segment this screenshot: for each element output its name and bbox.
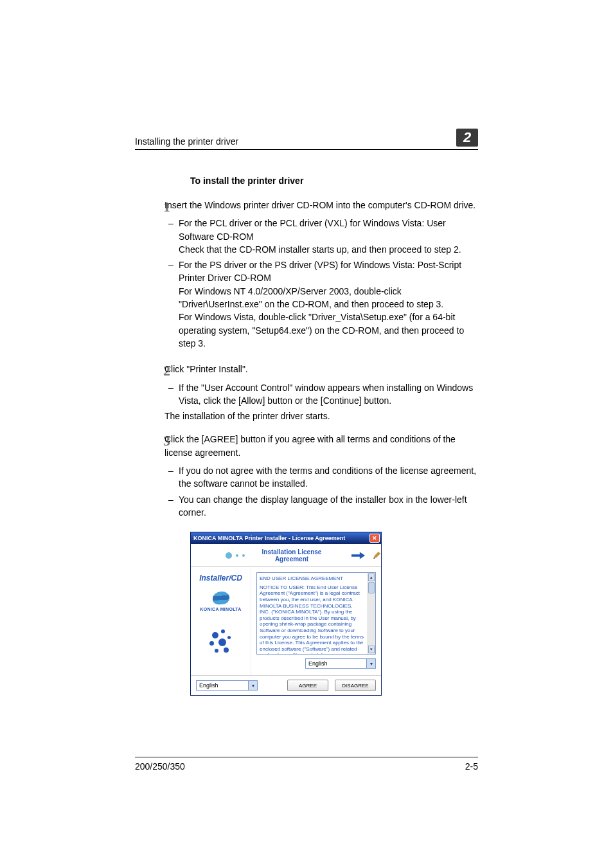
chevron-down-icon: ▾ (366, 659, 375, 668)
step-subitem: – If the "User Account Control" window a… (164, 381, 478, 408)
dash-icon: – (164, 493, 179, 520)
close-icon[interactable]: ✕ (369, 534, 380, 543)
page-footer: 200/250/350 2-5 (135, 757, 478, 772)
installer-cd-label: Installer/CD (191, 574, 251, 583)
footer-page-number: 2-5 (465, 761, 478, 772)
scrollbar[interactable]: ▴ ▾ (368, 573, 375, 654)
konica-minolta-logo-icon (213, 591, 229, 605)
scroll-thumb[interactable] (368, 582, 375, 593)
dialog-footer: English ▾ AGREE DISAGREE (191, 675, 381, 695)
section-heading: To install the printer driver (190, 176, 478, 186)
dialog-sidebar: Installer/CD KONICA MINOLTA (191, 567, 251, 675)
pencil-icon (372, 551, 381, 560)
step-number: 1 (135, 199, 164, 352)
step-subitem: – For the PS driver or the PS driver (VP… (164, 258, 478, 350)
step-subitem: – You can change the display language of… (164, 493, 478, 520)
subitem-text: For the PS driver or the PS driver (VPS)… (179, 258, 478, 350)
step-3: 3 Click the [AGREE] button if you agree … (135, 433, 478, 521)
header-title: Installing the printer driver (135, 136, 238, 147)
eula-paragraph: NOTICE TO USER: This End User License Ag… (260, 584, 373, 655)
installer-dialog: KONICA MINOLTA Printer Installer - Licen… (190, 532, 478, 696)
chevron-down-icon: ▾ (248, 681, 257, 690)
subitem-text: For the PCL driver or the PCL driver (VX… (179, 217, 478, 256)
progress-dots-icon (226, 552, 245, 559)
disagree-button[interactable]: DISAGREE (335, 680, 376, 691)
footer-language-select[interactable]: English ▾ (196, 680, 258, 691)
subitem-text: If you do not agree with the terms and c… (179, 464, 478, 491)
banner-title: Installation License Agreement (250, 548, 346, 563)
splash-graphic-icon (208, 629, 234, 655)
dialog-title: KONICA MINOLTA Printer Installer - Licen… (193, 535, 345, 541)
select-value: English (199, 682, 218, 689)
scroll-down-icon[interactable]: ▾ (368, 646, 375, 653)
step-subitem: – For the PCL driver or the PCL driver (… (164, 217, 478, 256)
subitem-text: You can change the display language of t… (179, 493, 478, 520)
step-extra: The installation of the printer driver s… (164, 410, 478, 422)
step-subitem: – If you do not agree with the terms and… (164, 464, 478, 491)
display-language-select[interactable]: English ▾ (305, 658, 376, 669)
dialog-banner: Installation License Agreement (191, 544, 381, 567)
step-text: Click "Printer Install". (164, 363, 478, 375)
eula-textbox[interactable]: END USER LICENSE AGREEMENT NOTICE TO USE… (256, 572, 376, 655)
agree-button[interactable]: AGREE (287, 680, 328, 691)
step-text: Click the [AGREE] button if you agree wi… (164, 433, 478, 459)
step-number: 3 (135, 433, 164, 521)
page-header: Installing the printer driver 2 (135, 129, 478, 150)
step-1: 1 Insert the Windows printer driver CD-R… (135, 199, 478, 352)
scroll-up-icon[interactable]: ▴ (368, 574, 375, 581)
step-number: 2 (135, 363, 164, 422)
dash-icon: – (164, 258, 179, 350)
step-2: 2 Click "Printer Install". – If the "Use… (135, 363, 478, 422)
chapter-badge: 2 (456, 129, 478, 147)
dash-icon: – (164, 381, 179, 408)
dialog-titlebar: KONICA MINOLTA Printer Installer - Licen… (191, 532, 381, 544)
dash-icon: – (164, 217, 179, 256)
select-value: English (308, 660, 328, 667)
step-text: Insert the Windows printer driver CD-ROM… (164, 199, 478, 212)
arrow-icon (351, 550, 366, 561)
brand-text: KONICA MINOLTA (191, 607, 251, 611)
footer-left: 200/250/350 (135, 761, 185, 772)
subitem-text: If the "User Account Control" window app… (179, 381, 478, 408)
dash-icon: – (164, 464, 179, 491)
eula-title: END USER LICENSE AGREEMENT (260, 575, 373, 582)
